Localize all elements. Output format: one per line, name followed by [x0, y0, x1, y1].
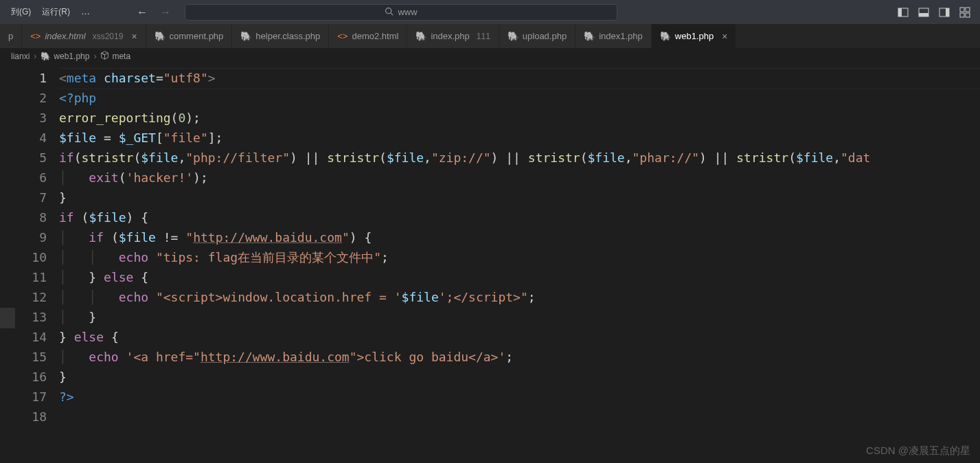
php-file-icon: 🐘: [415, 31, 426, 41]
tab-label: upload.php: [523, 31, 567, 41]
tab-helper-class-php[interactable]: 🐘 helper.class.php: [232, 24, 329, 48]
php-file-icon: 🐘: [240, 31, 251, 41]
svg-rect-11: [966, 13, 970, 17]
nav-arrows: ← →: [137, 6, 171, 19]
php-file-icon: 🐘: [155, 31, 166, 41]
code-line[interactable]: <meta charset="utf8">: [59, 68, 980, 88]
php-file-icon: 🐘: [584, 31, 595, 41]
layout-icons: [898, 7, 970, 18]
close-icon[interactable]: ×: [722, 31, 727, 42]
code-line[interactable]: │ │ echo "<script>window.location.href =…: [59, 287, 980, 307]
tab-index-html[interactable]: <> index.html xss2019 ×: [22, 24, 146, 48]
symbol-icon: [100, 51, 109, 62]
layout-left-icon[interactable]: [898, 7, 909, 18]
menu-goto[interactable]: 到(G): [5, 3, 36, 21]
close-icon[interactable]: ×: [131, 31, 137, 42]
search-box[interactable]: www: [185, 4, 617, 21]
html-file-icon: <>: [30, 31, 41, 41]
svg-rect-8: [960, 8, 964, 12]
code-line[interactable]: if(stristr($file,"php://filter") || stri…: [59, 148, 980, 168]
menu-items: 到(G) 运行(R) …: [5, 3, 95, 21]
svg-line-1: [391, 12, 393, 14]
code-editor[interactable]: <meta charset="utf8"><?phperror_reportin…: [59, 64, 980, 463]
tab-upload-php[interactable]: 🐘 upload.php: [499, 24, 576, 48]
code-line[interactable]: │ echo '<a href="http://www.baidu.com">c…: [59, 347, 980, 367]
tab-label: p: [8, 31, 13, 41]
code-line[interactable]: error_reporting(0);: [59, 108, 980, 128]
tabs-bar: p <> index.html xss2019 × 🐘 comment.php …: [0, 24, 980, 49]
code-line[interactable]: } else {: [59, 327, 980, 347]
tab-demo2-html[interactable]: <> demo2.html: [329, 24, 407, 48]
tab-label: comment.php: [170, 31, 224, 41]
svg-rect-10: [960, 13, 964, 17]
code-line[interactable]: [59, 407, 980, 427]
breadcrumb-file[interactable]: web1.php: [54, 52, 89, 61]
fold-marker: [0, 308, 15, 328]
breadcrumb: lianxi › 🐘 web1.php › meta: [0, 49, 980, 64]
php-file-icon: 🐘: [41, 52, 51, 61]
breadcrumb-symbol[interactable]: meta: [112, 52, 130, 61]
code-line[interactable]: $file = $_GET["file"];: [59, 128, 980, 148]
code-line[interactable]: │ } else {: [59, 267, 980, 287]
chevron-right-icon: ›: [93, 52, 96, 61]
code-line[interactable]: }: [59, 188, 980, 207]
code-line[interactable]: │ if ($file != "http://www.baidu.com") {: [59, 227, 980, 247]
glyph-margin: [0, 64, 18, 463]
tab-label: index.php: [431, 31, 469, 41]
code-line[interactable]: <?php: [59, 88, 980, 108]
html-file-icon: <>: [337, 31, 347, 41]
code-line[interactable]: if ($file) {: [59, 207, 980, 227]
tab-desc: 111: [477, 32, 490, 41]
tab-web1-php[interactable]: 🐘 web1.php ×: [652, 24, 737, 48]
svg-rect-5: [919, 13, 928, 16]
nav-forward-icon[interactable]: →: [160, 6, 171, 19]
tab-index1-php[interactable]: 🐘 index1.php: [576, 24, 652, 48]
breadcrumb-folder[interactable]: lianxi: [11, 52, 30, 61]
tab-partial[interactable]: p: [0, 24, 22, 48]
tab-label: index.html: [45, 31, 85, 41]
search-text: www: [398, 7, 417, 17]
tab-label: helper.class.php: [255, 31, 320, 41]
menu-run[interactable]: 运行(R): [36, 3, 76, 21]
tab-label: index1.php: [599, 31, 643, 41]
titlebar: 到(G) 运行(R) … ← → www: [0, 0, 980, 24]
svg-rect-9: [966, 8, 970, 12]
svg-rect-7: [946, 8, 949, 16]
code-line[interactable]: │ }: [59, 307, 980, 327]
tab-label: demo2.html: [352, 31, 398, 41]
code-line[interactable]: │ │ echo "tips: flag在当前目录的某个文件中";: [59, 247, 980, 267]
svg-point-0: [386, 8, 391, 13]
layout-bottom-icon[interactable]: [918, 7, 929, 18]
watermark: CSDN @凌晨五点的星: [866, 444, 970, 458]
search-icon: [385, 7, 394, 18]
menu-more[interactable]: …: [76, 3, 95, 21]
layout-customize-icon[interactable]: [959, 7, 970, 18]
php-file-icon: 🐘: [660, 31, 671, 41]
tab-desc: xss2019: [93, 32, 124, 41]
editor-area: 123456789101112131415161718 <meta charse…: [0, 64, 980, 463]
line-numbers: 123456789101112131415161718: [18, 64, 59, 463]
code-line[interactable]: }: [59, 367, 980, 387]
svg-rect-3: [898, 8, 902, 16]
code-line[interactable]: ?>: [59, 387, 980, 407]
tab-comment-php[interactable]: 🐘 comment.php: [146, 24, 233, 48]
chevron-right-icon: ›: [34, 52, 36, 61]
tab-label: web1.php: [675, 31, 714, 41]
layout-right-icon[interactable]: [939, 7, 950, 18]
code-line[interactable]: │ exit('hacker!');: [59, 168, 980, 188]
php-file-icon: 🐘: [508, 31, 519, 41]
nav-back-icon[interactable]: ←: [137, 6, 148, 19]
tab-index-php[interactable]: 🐘 index.php 111: [407, 24, 499, 48]
